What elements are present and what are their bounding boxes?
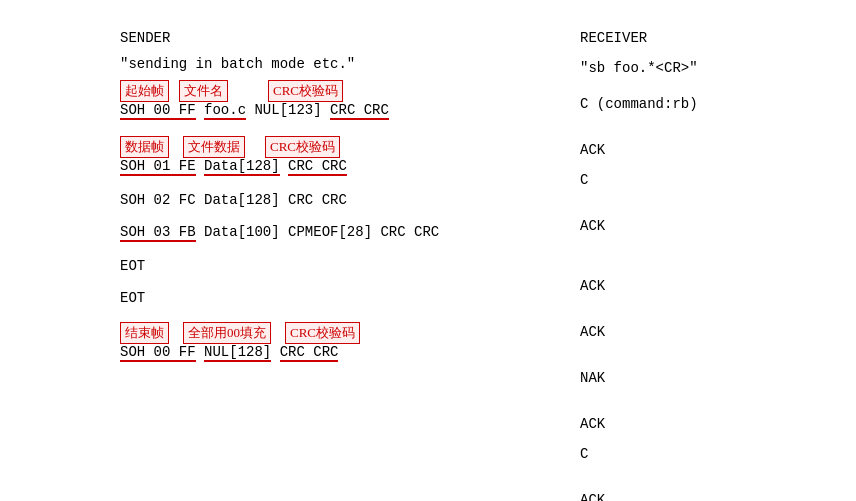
start-frame-block: 起始帧 文件名 CRC校验码 SOH 00 FF foo.c NUL[123] …	[120, 80, 560, 120]
soh-03-fb: SOH 03 FB	[120, 224, 196, 242]
data-frame-annotations: 数据帧 文件数据 CRC校验码	[120, 136, 560, 158]
receiver-ack2: ACK	[580, 218, 856, 234]
eot-2-text: EOT	[120, 290, 145, 306]
receiver-ack6: ACK	[580, 492, 856, 501]
c1-text: C	[580, 172, 588, 188]
receiver-ack4: ACK	[580, 324, 856, 340]
crc-crc-end: CRC CRC	[280, 344, 339, 362]
data-frame-3-code: SOH 03 FB Data[100] CPMEOF[28] CRC CRC	[120, 224, 560, 242]
receiver-ack5: ACK	[580, 416, 856, 432]
receiver-ack1: ACK	[580, 142, 856, 158]
receiver-c1: C	[580, 172, 856, 188]
receiver-title: RECEIVER	[580, 30, 647, 46]
nul123: NUL[123]	[254, 102, 330, 118]
ack1-text: ACK	[580, 142, 605, 158]
sender-title: SENDER	[120, 30, 170, 46]
data128-1: Data[128]	[204, 158, 280, 176]
rb-text: C (command:rb)	[580, 96, 698, 112]
nul128: NUL[128]	[204, 344, 271, 362]
intro-text: "sending in batch mode etc."	[120, 56, 355, 72]
annotation-crc1: CRC校验码	[268, 80, 343, 102]
receiver-header: RECEIVER	[580, 30, 856, 46]
sender-intro: "sending in batch mode etc."	[120, 56, 560, 72]
end-frame-code: SOH 00 FF NUL[128] CRC CRC	[120, 344, 560, 362]
data-frame-1-code: SOH 01 FE Data[128] CRC CRC	[120, 158, 560, 176]
receiver-ack3: ACK	[580, 278, 856, 294]
receiver-column: RECEIVER "sb foo.*<CR>" C (command:rb) A…	[560, 30, 856, 501]
eot-1-block: EOT	[120, 258, 560, 274]
annotation-crc2: CRC校验码	[265, 136, 340, 158]
annotation-crc3: CRC校验码	[285, 322, 360, 344]
ack6-text: ACK	[580, 492, 605, 501]
sender-column: SENDER "sending in batch mode etc." 起始帧 …	[0, 30, 560, 501]
ack3-text: ACK	[580, 278, 605, 294]
eot-1-text: EOT	[120, 258, 145, 274]
foo-c: foo.c	[204, 102, 246, 120]
annotation-fill-zero: 全部用00填充	[183, 322, 271, 344]
crc-crc-2: CRC CRC	[288, 158, 347, 176]
soh-02-fc: SOH 02 FC Data[128] CRC CRC	[120, 192, 347, 208]
data-frame-3-block: SOH 03 FB Data[100] CPMEOF[28] CRC CRC	[120, 224, 560, 242]
receiver-command: "sb foo.*<CR>"	[580, 60, 856, 76]
annotation-filename: 文件名	[179, 80, 228, 102]
ack4-text: ACK	[580, 324, 605, 340]
data-frame-2-block: SOH 02 FC Data[128] CRC CRC	[120, 192, 560, 208]
start-frame-code: SOH 00 FF foo.c NUL[123] CRC CRC	[120, 102, 560, 120]
soh-00-ff: SOH 00 FF	[120, 102, 196, 120]
receiver-c2: C	[580, 446, 856, 462]
annotation-end-frame: 结束帧	[120, 322, 169, 344]
annotation-data-frame: 数据帧	[120, 136, 169, 158]
receiver-rb: C (command:rb)	[580, 96, 856, 112]
receiver-nak: NAK	[580, 370, 856, 386]
end-frame-annotations: 结束帧 全部用00填充 CRC校验码	[120, 322, 560, 344]
crc-crc-1: CRC CRC	[330, 102, 389, 120]
c2-text: C	[580, 446, 588, 462]
ack2-text: ACK	[580, 218, 605, 234]
soh-00-ff-end: SOH 00 FF	[120, 344, 196, 362]
eot-1-code: EOT	[120, 258, 560, 274]
annotation-file-data: 文件数据	[183, 136, 245, 158]
main-container: SENDER "sending in batch mode etc." 起始帧 …	[0, 20, 856, 501]
receiver-command-text: "sb foo.*<CR>"	[580, 60, 698, 76]
soh-01-fe: SOH 01 FE	[120, 158, 196, 176]
annotation-start-frame: 起始帧	[120, 80, 169, 102]
eot-2-block: EOT	[120, 290, 560, 306]
ack5-text: ACK	[580, 416, 605, 432]
sender-header: SENDER	[120, 30, 560, 46]
data-frame-2-code: SOH 02 FC Data[128] CRC CRC	[120, 192, 560, 208]
data-frame-1-block: 数据帧 文件数据 CRC校验码 SOH 01 FE Data[128] CRC …	[120, 136, 560, 176]
start-frame-annotations: 起始帧 文件名 CRC校验码	[120, 80, 560, 102]
nak-text: NAK	[580, 370, 605, 386]
eot-2-code: EOT	[120, 290, 560, 306]
data100-cpmeof: Data[100] CPMEOF[28] CRC CRC	[204, 224, 439, 240]
end-frame-block: 结束帧 全部用00填充 CRC校验码 SOH 00 FF NUL[128] CR…	[120, 322, 560, 362]
